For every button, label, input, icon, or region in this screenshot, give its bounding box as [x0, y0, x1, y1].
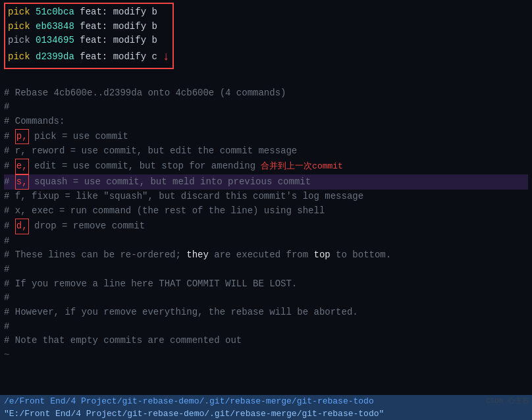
comment-however: # However, if you remove everything, the…	[4, 305, 528, 320]
comment-reword: # r, reword = use commit, but edit the c…	[4, 144, 528, 159]
comment-edit: # e, edit = use commit, but stop for ame…	[4, 159, 528, 174]
pick-keyword-4: pick	[8, 50, 30, 65]
annotation: 合并到上一次commit	[261, 160, 343, 173]
comment-reorder: # These lines can be re-ordered; they ar…	[4, 248, 528, 263]
tilde-line: ~	[4, 348, 528, 363]
pick-keyword-1: pick	[8, 5, 30, 20]
comment-remove: # If you remove a line here THAT COMMIT …	[4, 277, 528, 292]
comment-hash-only: #	[4, 100, 528, 115]
comment-fixup: # f, fixup = like "squash", but discard …	[4, 190, 528, 204]
s-highlight: s,	[15, 174, 29, 190]
hash-3: 0134695	[30, 34, 74, 48]
comment-commands-label: # Commands:	[4, 115, 528, 129]
pick-line-2: pick eb63848 feat: modify b	[8, 20, 170, 34]
comment-squash: # s, squash = use commit, but meld into …	[4, 174, 528, 190]
comment-drop: # d, drop = remove commit	[4, 219, 528, 234]
pick-keyword-2: pick	[8, 20, 30, 34]
blank-2: #	[4, 234, 528, 249]
blank-5: #	[4, 320, 528, 334]
desc-4: feat: modify c	[74, 50, 157, 65]
hash-1: 51c0bca	[30, 5, 74, 20]
blank-4: #	[4, 291, 528, 305]
status-line-1: /e/Front End/4 Project/git-rebase-demo/.…	[0, 395, 532, 407]
comment-pick: # p, pick = use commit	[4, 129, 528, 145]
top-text: top	[314, 248, 331, 263]
pick-commands-box: pick 51c0bca feat: modify b pick eb63848…	[4, 3, 174, 69]
arrow-icon: ↓	[163, 48, 170, 66]
pick-keyword-3: pick	[8, 34, 30, 48]
blank-1	[4, 72, 528, 86]
p-highlight: p,	[15, 129, 29, 145]
desc-3: feat: modify b	[74, 34, 157, 48]
d-highlight: d,	[15, 219, 29, 234]
hash-2: eb63848	[30, 20, 74, 34]
comment-note: # Note that empty commits are commented …	[4, 334, 528, 348]
blank-3: #	[4, 263, 528, 277]
comment-rebase: # Rebase 4cb600e..d2399da onto 4cb600e (…	[4, 86, 528, 101]
pick-line-1: pick 51c0bca feat: modify b	[8, 5, 170, 20]
bottom-bar: /e/Front End/4 Project/git-rebase-demo/.…	[0, 395, 532, 420]
e-highlight: e,	[15, 159, 29, 174]
watermark: CSDN 心主右	[486, 396, 529, 406]
desc-2: feat: modify b	[74, 20, 157, 34]
comment-exec: # x, exec = run command (the rest of the…	[4, 204, 528, 219]
code-area: pick 51c0bca feat: modify b pick eb63848…	[4, 3, 528, 363]
terminal: pick 51c0bca feat: modify b pick eb63848…	[0, 0, 532, 420]
pick-line-4: pick d2399da feat: modify c ↓	[8, 48, 170, 66]
status-line-2: "E:/Front End/4 Project/git-rebase-demo/…	[0, 407, 532, 420]
desc-1: feat: modify b	[74, 5, 157, 20]
pick-line-3: pick 0134695 feat: modify b	[8, 34, 170, 48]
they-text: they	[186, 248, 209, 263]
hash-4: d2399da	[30, 50, 74, 65]
